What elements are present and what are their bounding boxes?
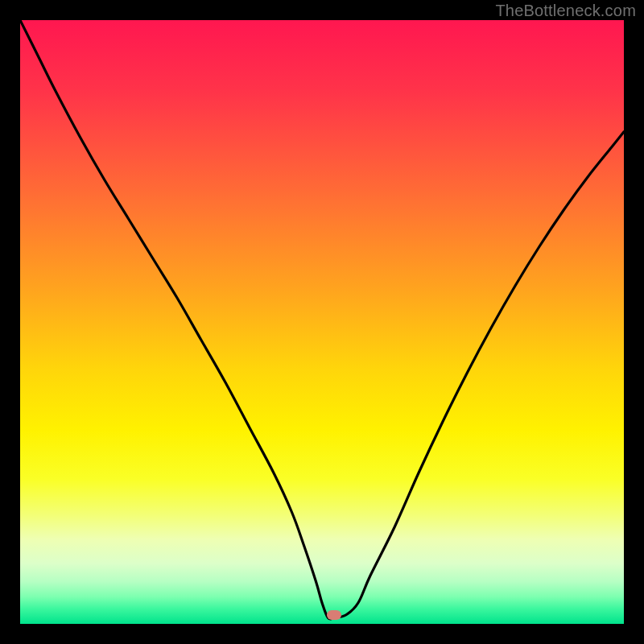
chart-stage: TheBottleneck.com (0, 0, 644, 644)
plot-area (20, 20, 624, 624)
watermark-label: TheBottleneck.com (495, 2, 636, 20)
optimal-point-marker (327, 610, 341, 620)
bottleneck-curve (20, 20, 624, 624)
